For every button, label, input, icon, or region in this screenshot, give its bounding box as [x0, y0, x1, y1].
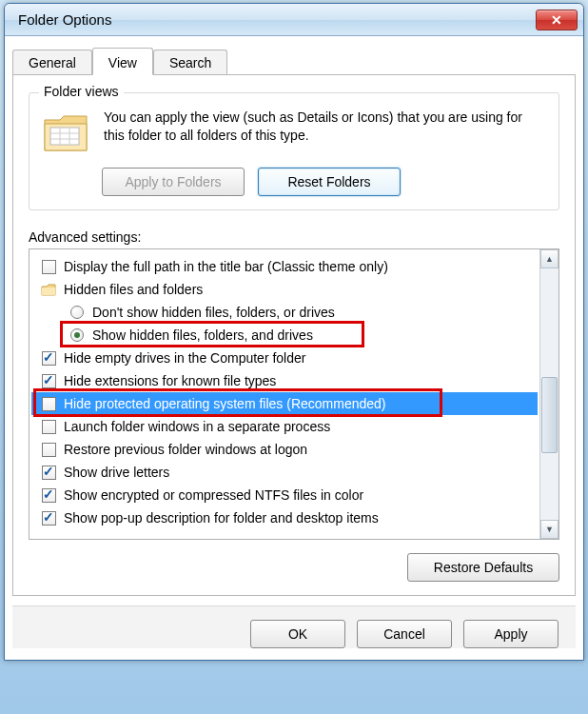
checkbox[interactable]	[41, 487, 56, 503]
radio[interactable]	[69, 305, 85, 320]
advanced-settings-label: Advanced settings:	[29, 229, 559, 245]
setting-item[interactable]: Show drive letters	[31, 461, 538, 484]
cancel-button[interactable]: Cancel	[357, 620, 452, 648]
scroll-up-button[interactable]: ▲	[540, 249, 559, 268]
setting-label: Show pop-up description for folder and d…	[64, 510, 379, 526]
folder-views-description: You can apply the view (such as Details …	[104, 109, 545, 154]
checkbox[interactable]	[41, 442, 56, 457]
setting-item[interactable]: Hide empty drives in the Computer folder	[31, 347, 538, 369]
scroll-down-button[interactable]: ▼	[540, 520, 559, 539]
checkbox[interactable]	[41, 419, 56, 434]
window-title: Folder Options	[18, 11, 111, 28]
tab-view-label: View	[108, 55, 137, 70]
setting-item[interactable]: Hidden files and folders	[31, 278, 538, 301]
folder-icon	[41, 282, 56, 297]
advanced-settings-listbox: Display the full path in the title bar (…	[29, 248, 559, 540]
reset-folders-button[interactable]: Reset Folders	[258, 168, 401, 196]
setting-label: Hide extensions for known file types	[64, 373, 276, 388]
setting-item[interactable]: Don't show hidden files, folders, or dri…	[31, 301, 538, 324]
setting-label: Display the full path in the title bar (…	[64, 259, 388, 274]
apply-button[interactable]: Apply	[463, 620, 559, 648]
tab-view[interactable]: View	[92, 48, 153, 75]
setting-label: Show drive letters	[64, 465, 169, 480]
tab-search[interactable]: Search	[153, 50, 227, 74]
setting-item[interactable]: Show encrypted or compressed NTFS files …	[31, 484, 538, 506]
setting-label: Hide protected operating system files (R…	[64, 396, 386, 411]
tab-general[interactable]: General	[12, 50, 92, 74]
setting-item[interactable]: Hide protected operating system files (R…	[31, 392, 538, 415]
checkbox[interactable]	[41, 373, 56, 388]
svg-rect-0	[50, 128, 79, 145]
close-button[interactable]: ✕	[536, 10, 578, 30]
scrollbar[interactable]: ▲ ▼	[539, 249, 559, 539]
tab-search-label: Search	[169, 55, 211, 70]
folder-views-legend: Folder views	[39, 84, 124, 99]
advanced-settings-listitems[interactable]: Display the full path in the title bar (…	[29, 249, 539, 539]
setting-item[interactable]: Show pop-up description for folder and d…	[31, 506, 538, 529]
folder-views-group: Folder views You can apply t	[29, 92, 559, 210]
setting-item[interactable]: Hide extensions for known file types	[31, 369, 538, 392]
folder-views-icon	[43, 110, 90, 154]
setting-item[interactable]: Launch folder windows in a separate proc…	[31, 415, 538, 438]
checkbox[interactable]	[41, 396, 56, 411]
radio[interactable]	[69, 327, 85, 343]
folder-options-window: Folder Options ✕ General View Search Fol…	[4, 3, 584, 661]
setting-label: Launch folder windows in a separate proc…	[64, 419, 330, 434]
setting-label: Show hidden files, folders, and drives	[92, 327, 313, 343]
ok-button[interactable]: OK	[250, 620, 345, 648]
titlebar[interactable]: Folder Options ✕	[5, 4, 583, 36]
tab-general-label: General	[29, 55, 76, 70]
checkbox[interactable]	[41, 510, 56, 526]
tabs: General View Search	[12, 45, 576, 75]
setting-label: Show encrypted or compressed NTFS files …	[64, 487, 363, 503]
checkbox[interactable]	[41, 465, 56, 480]
setting-item[interactable]: Display the full path in the title bar (…	[31, 255, 538, 278]
dialog-buttons: OK Cancel Apply	[12, 605, 576, 648]
tab-panel-view: Folder views You can apply t	[12, 74, 576, 596]
setting-item[interactable]: Restore previous folder windows at logon	[31, 438, 538, 461]
restore-defaults-button[interactable]: Restore Defaults	[407, 553, 559, 582]
checkbox[interactable]	[41, 350, 56, 366]
setting-label: Don't show hidden files, folders, or dri…	[92, 305, 335, 320]
apply-to-folders-button[interactable]: Apply to Folders	[102, 168, 245, 196]
setting-label: Hidden files and folders	[64, 282, 203, 297]
close-icon: ✕	[551, 12, 562, 28]
client-area: General View Search Folder views	[5, 36, 583, 660]
scroll-track[interactable]	[540, 268, 559, 520]
checkbox[interactable]	[41, 259, 56, 274]
setting-label: Restore previous folder windows at logon	[64, 442, 307, 457]
scroll-thumb[interactable]	[541, 377, 558, 453]
setting-item[interactable]: Show hidden files, folders, and drives	[31, 324, 538, 347]
setting-label: Hide empty drives in the Computer folder	[64, 350, 305, 366]
